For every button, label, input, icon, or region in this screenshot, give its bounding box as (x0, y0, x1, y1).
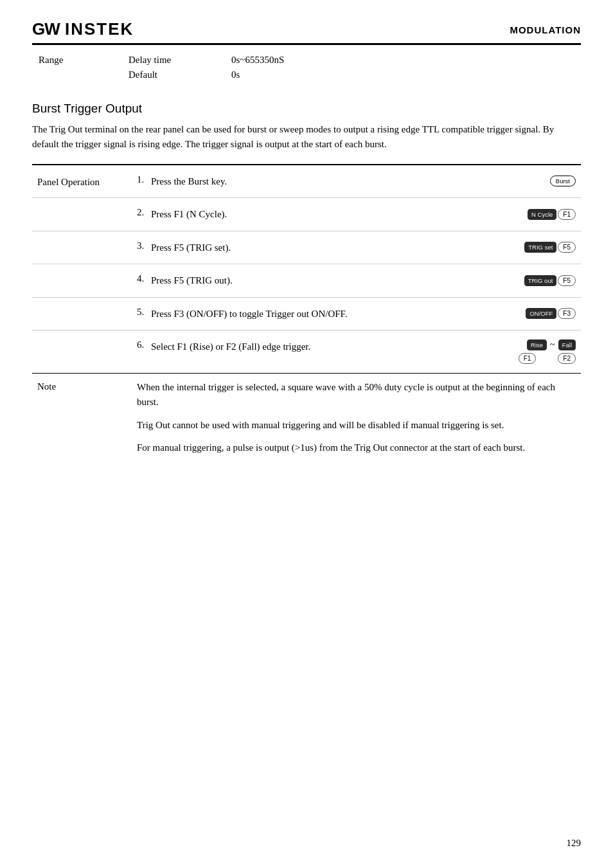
step-6-content: Select F1 (Rise) or F2 (Fall) edge trigg… (151, 339, 310, 354)
step-6-text: 6. Select F1 (Rise) or F2 (Fall) edge tr… (132, 330, 462, 374)
page: GW INSTEK MODULATION Range Delay time 0s… (0, 0, 613, 868)
note-label: Note (32, 374, 132, 462)
logo: GW INSTEK (32, 19, 134, 39)
note-row: Note When the internal trigger is select… (32, 374, 581, 462)
step-3-num: 3. (137, 240, 151, 251)
page-number: 129 (567, 838, 582, 849)
f1-key[interactable]: F1 (558, 209, 576, 220)
burst-trigger-title: Burst Trigger Output (32, 102, 581, 116)
delay-time-value: 0s~655350nS (231, 53, 581, 68)
step-1-text: 1. Press the Burst key. (132, 165, 462, 198)
table-row: 4. Press F5 (TRIG out). TRIG out F5 (32, 264, 581, 298)
step-5-keys: ON/OFF F3 (462, 297, 581, 330)
step-2-keys: N Cycle F1 (462, 198, 581, 231)
f5-key-3[interactable]: F5 (558, 242, 576, 253)
range-table: Range Delay time 0s~655350nS Default 0s (39, 53, 581, 82)
burst-trigger-section: Burst Trigger Output The Trig Out termin… (32, 102, 581, 152)
table-row: Panel Operation 1. Press the Burst key. … (32, 165, 581, 198)
header-divider (32, 43, 581, 45)
step-4-keys: TRIG out F5 (462, 264, 581, 298)
header: GW INSTEK MODULATION (32, 19, 581, 39)
step-3-text: 3. Press F5 (TRIG set). (132, 231, 462, 264)
note-table: Note When the internal trigger is select… (32, 374, 581, 462)
step-3-keys: TRIG set F5 (462, 231, 581, 264)
step-1-content: Press the Burst key. (151, 174, 227, 189)
logo-gw: GW (32, 19, 60, 39)
f5-key-4[interactable]: F5 (558, 275, 576, 286)
rise-key[interactable]: Rise (527, 339, 547, 350)
delay-time-label: Delay time (129, 53, 231, 68)
step-6-keys: Rise ~ Fall F1 F2 (462, 330, 581, 374)
logo-instek: INSTEK (65, 19, 134, 39)
range-label: Range (39, 53, 129, 68)
f3-key[interactable]: F3 (558, 308, 576, 319)
fall-key[interactable]: Fall (558, 339, 576, 350)
default-label: Default (129, 68, 231, 82)
panel-operation-label: Panel Operation (32, 165, 132, 198)
step-5-text: 5. Press F3 (ON/OFF) to toggle Trigger o… (132, 297, 462, 330)
step-2-text: 2. Press F1 (N Cycle). (132, 198, 462, 231)
step-5-label-empty (32, 297, 132, 330)
step-4-content: Press F5 (TRIG out). (151, 273, 233, 288)
on-off-key[interactable]: ON/OFF (526, 308, 556, 319)
table-row: 6. Select F1 (Rise) or F2 (Fall) edge tr… (32, 330, 581, 374)
f1-key-6[interactable]: F1 (519, 353, 537, 364)
step-3-label-empty (32, 231, 132, 264)
step-6-label-empty (32, 330, 132, 374)
table-row: 2. Press F1 (N Cycle). N Cycle F1 (32, 198, 581, 231)
burst-trigger-description: The Trig Out terminal on the rear panel … (32, 122, 581, 152)
table-row: 5. Press F3 (ON/OFF) to toggle Trigger o… (32, 297, 581, 330)
table-row: 3. Press F5 (TRIG set). TRIG set F5 (32, 231, 581, 264)
range-label-empty (39, 68, 129, 82)
step-1-keys: Burst (462, 165, 581, 198)
step-2-content: Press F1 (N Cycle). (151, 207, 227, 222)
step-5-content: Press F3 (ON/OFF) to toggle Trigger out … (151, 307, 348, 321)
step-2-label-empty (32, 198, 132, 231)
step-4-text: 4. Press F5 (TRIG out). (132, 264, 462, 298)
trig-set-key[interactable]: TRIG set (524, 242, 556, 253)
note-paragraph-1: When the internal trigger is selected, a… (137, 380, 576, 410)
section-label: MODULATION (510, 19, 581, 35)
step-3-content: Press F5 (TRIG set). (151, 240, 231, 255)
tilde-symbol: ~ (550, 340, 555, 350)
n-cycle-key[interactable]: N Cycle (528, 209, 556, 220)
note-content: When the internal trigger is selected, a… (132, 374, 581, 462)
step-4-label-empty (32, 264, 132, 298)
step-2-num: 2. (137, 207, 151, 218)
f2-key-6[interactable]: F2 (558, 353, 576, 364)
step-1-num: 1. (137, 174, 151, 185)
step-4-num: 4. (137, 273, 151, 284)
note-paragraph-2: Trig Out cannot be used with manual trig… (137, 418, 576, 433)
burst-key[interactable]: Burst (550, 176, 576, 186)
panel-operation-table: Panel Operation 1. Press the Burst key. … (32, 164, 581, 374)
trig-out-key[interactable]: TRIG out (524, 275, 557, 286)
step-6-num: 6. (137, 339, 151, 350)
step-5-num: 5. (137, 307, 151, 318)
note-paragraph-3: For manual triggering, a pulse is output… (137, 440, 576, 455)
default-value: 0s (231, 68, 581, 82)
